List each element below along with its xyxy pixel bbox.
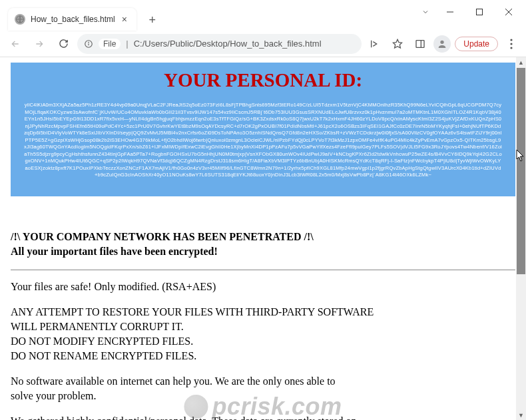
svg-point-14: [510, 47, 512, 49]
browser-toolbar: File | C:/Users/Public/Desktop/How_to_ba…: [0, 31, 526, 57]
menu-icon[interactable]: [502, 35, 521, 53]
tab-close-icon[interactable]: ×: [119, 14, 130, 25]
page-heading: YOUR PERSONAL ID:: [24, 69, 502, 91]
page-content: YOUR PERSONAL ID: yilC4lKiA0m3XXjAZa5az5…: [0, 57, 526, 420]
ransom-note-body: /!\ YOUR COMPANY NETWORK HAS BEEN PENETR…: [11, 231, 515, 421]
close-window-button[interactable]: [494, 2, 523, 22]
attempt-line-4: DO NOT RENAME ENCRYPTED FILES.: [11, 350, 515, 362]
back-button[interactable]: [5, 34, 25, 54]
file-chip: File: [99, 39, 121, 49]
url-separator: |: [126, 39, 128, 49]
personal-id-text: yilC4lKiA0m3XXjAZa5az5Ph1zRE3Y4d4vp09a0U…: [24, 102, 502, 179]
profile-avatar[interactable]: [433, 35, 451, 53]
svg-rect-2: [477, 9, 483, 15]
divider: [11, 270, 515, 270]
vertical-scrollbar[interactable]: ▲ ▼: [516, 57, 526, 420]
browser-tab[interactable]: How_to_back_files.html ×: [8, 8, 136, 31]
globe-icon: [15, 14, 25, 25]
warning-line-2: All your important files have been encry…: [11, 246, 515, 258]
svg-point-11: [441, 40, 444, 43]
safe-line: Your files are safe! Only modified. (RSA…: [11, 281, 515, 293]
scrollbar-thumb[interactable]: [517, 68, 525, 274]
svg-marker-8: [394, 39, 402, 48]
scroll-down-arrow-icon[interactable]: ▼: [516, 410, 526, 420]
svg-point-12: [510, 39, 512, 41]
gather-line-1: We gathered highly confidential/personal…: [11, 415, 515, 421]
address-bar[interactable]: File | C:/Users/Public/Desktop/How_to_ba…: [77, 34, 362, 54]
scroll-up-arrow-icon[interactable]: ▲: [516, 57, 526, 67]
attempt-line-1: ANY ATTEMPT TO RESTORE YOUR FILES WITH T…: [11, 306, 515, 318]
star-icon[interactable]: [388, 35, 407, 53]
maximize-button[interactable]: [465, 2, 494, 22]
info-icon: [84, 39, 93, 49]
chevron-down-icon[interactable]: [415, 2, 435, 22]
browser-titlebar: How_to_back_files.html × +: [0, 0, 526, 31]
reload-button[interactable]: [53, 34, 73, 54]
svg-point-7: [89, 42, 89, 43]
warning-line-1: /!\ YOUR COMPANY NETWORK HAS BEEN PENETR…: [11, 231, 515, 243]
nosoft-line-1: No software available on internet can he…: [11, 375, 515, 387]
minimize-button[interactable]: [435, 2, 465, 22]
update-button[interactable]: Update: [455, 37, 498, 51]
side-panel-icon[interactable]: [411, 35, 429, 53]
forward-button[interactable]: [29, 34, 49, 54]
tab-title: How_to_back_files.html: [31, 15, 115, 24]
new-tab-button[interactable]: +: [143, 11, 162, 29]
window-controls: [415, 0, 526, 31]
svg-point-13: [510, 43, 512, 45]
attempt-line-3: DO NOT MODIFY ENCRYPTED FILES.: [11, 335, 515, 347]
attempt-line-2: WILL PERMANENTLY CORRUPT IT.: [11, 321, 515, 333]
page-viewport: YOUR PERSONAL ID: yilC4lKiA0m3XXjAZa5az5…: [0, 57, 526, 420]
url-text: C:/Users/Public/Desktop/How_to_back_file…: [134, 39, 322, 49]
nosoft-line-2: solve your problem.: [11, 390, 515, 402]
personal-id-box: YOUR PERSONAL ID: yilC4lKiA0m3XXjAZa5az5…: [11, 63, 515, 196]
svg-rect-9: [416, 40, 424, 47]
share-icon[interactable]: [366, 35, 384, 53]
